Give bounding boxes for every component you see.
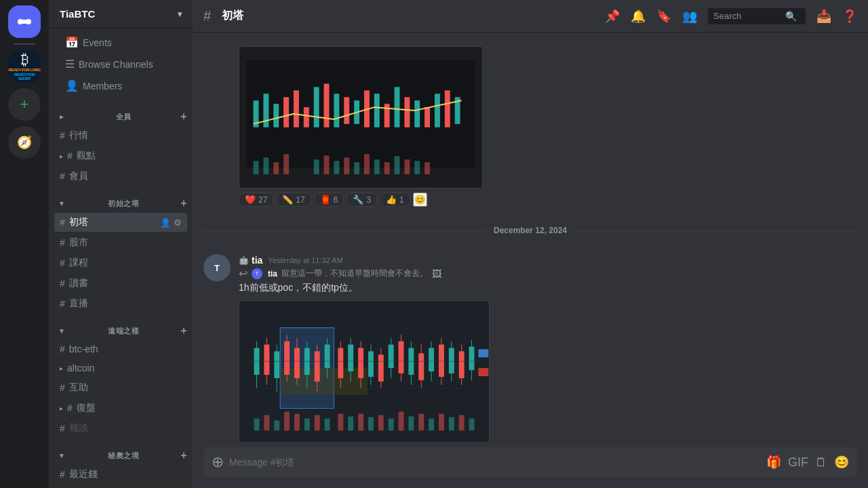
- inbox-icon[interactable]: 📥: [816, 9, 831, 24]
- reaction-heart-emoji: ❤️: [245, 195, 256, 205]
- pin-icon[interactable]: 📌: [605, 9, 620, 24]
- channel-books-label: 讀書: [69, 277, 88, 289]
- svg-rect-35: [364, 154, 370, 174]
- svg-rect-24: [404, 97, 410, 127]
- add-attachment-button[interactable]: ⊕: [212, 453, 224, 471]
- channel-membership[interactable]: # 會員: [54, 167, 187, 186]
- bell-icon[interactable]: 🔔: [631, 9, 646, 24]
- gift-icon[interactable]: 🎁: [766, 455, 781, 470]
- channel-stream-label: 直播: [69, 298, 88, 310]
- svg-rect-92: [264, 415, 269, 430]
- gif-icon[interactable]: GIF: [788, 455, 808, 470]
- hash-icon: #: [67, 403, 73, 413]
- svg-rect-105: [399, 411, 404, 430]
- svg-rect-99: [338, 413, 343, 430]
- help-icon[interactable]: ❓: [842, 9, 857, 24]
- emoji-icon[interactable]: 😊: [834, 455, 849, 470]
- channel-altcoin[interactable]: ▸ altcoin: [54, 359, 187, 377]
- discord-home-icon[interactable]: [8, 5, 41, 38]
- category-add-beginner[interactable]: +: [180, 197, 187, 209]
- channel-membership-label: 會員: [69, 170, 88, 182]
- svg-rect-7: [273, 104, 279, 127]
- add-reaction-prev[interactable]: 😊: [413, 192, 427, 207]
- server-header[interactable]: TiaBTC ▾: [49, 0, 193, 28]
- message-input[interactable]: [229, 457, 766, 468]
- svg-rect-76: [399, 341, 404, 373]
- category-traveler[interactable]: ▾ 遠端之樣 +: [49, 314, 193, 340]
- channel-btc-eth[interactable]: # btc-eth: [54, 340, 187, 358]
- reaction-thumbs-prev[interactable]: 👍1: [380, 192, 410, 207]
- category-add-traveler[interactable]: +: [180, 325, 187, 337]
- svg-rect-25: [414, 100, 420, 127]
- svg-rect-88: [459, 351, 465, 378]
- svg-rect-56: [294, 348, 300, 378]
- svg-rect-8: [283, 97, 289, 127]
- reaction-packet-prev[interactable]: 🧧6: [314, 192, 344, 207]
- sidebar-item-events[interactable]: 📅 Events: [54, 32, 187, 53]
- header-icons: 📌 🔔 🔖 👥 🔍 📥 ❓: [605, 8, 857, 24]
- channel-chuta[interactable]: # 初塔 👤 ⚙: [54, 213, 187, 232]
- channel-course-label: 課程: [69, 257, 88, 269]
- hash-icon: #: [60, 258, 65, 268]
- channel-recent[interactable]: # 最近錢: [54, 465, 187, 484]
- channel-views[interactable]: ▸ # 觀點: [54, 146, 187, 165]
- channel-btc-eth-label: btc-eth: [69, 344, 98, 354]
- messages-area[interactable]: ❤️27 ✏️17 🧧6 🔧3 👍1 😊 December 12, 2024 T: [193, 33, 868, 442]
- author-name: tia: [252, 255, 262, 266]
- svg-rect-114: [478, 368, 488, 376]
- reaction-heart-prev[interactable]: ❤️27: [239, 192, 273, 207]
- svg-rect-21: [374, 94, 380, 127]
- person-icon[interactable]: 👤: [160, 218, 171, 228]
- sticker-icon[interactable]: 🗒: [815, 455, 827, 470]
- svg-rect-108: [429, 418, 434, 430]
- channel-header-hash: #: [203, 8, 211, 24]
- channel-market[interactable]: # 行情: [54, 126, 187, 145]
- search-input[interactable]: [713, 11, 781, 21]
- sidebar-item-members[interactable]: 👤 Members: [54, 75, 187, 96]
- reaction-wrench-prev[interactable]: 🔧3: [347, 192, 377, 207]
- svg-rect-107: [418, 413, 424, 430]
- svg-rect-104: [389, 418, 394, 430]
- reaction-pencil-prev[interactable]: ✏️17: [276, 192, 311, 207]
- server-header-chevron: ▾: [178, 9, 182, 19]
- svg-rect-37: [384, 162, 390, 174]
- channel-course[interactable]: # 課程: [54, 253, 187, 272]
- svg-rect-13: [273, 162, 279, 174]
- hash-icon: #: [60, 298, 65, 309]
- category-secret-label: 秘奧之境: [108, 451, 139, 461]
- add-server-icon[interactable]: +: [8, 88, 41, 121]
- tia-btc-server[interactable]: ₿ READY FOR LONG READY FOR SHORT: [8, 50, 41, 83]
- svg-rect-34: [354, 162, 359, 174]
- channel-books[interactable]: # 讀書: [54, 274, 187, 293]
- bookmark-icon[interactable]: 🔖: [656, 9, 671, 24]
- search-box[interactable]: 🔍: [708, 8, 806, 24]
- members-header-icon[interactable]: 👥: [682, 9, 697, 24]
- svg-rect-52: [274, 351, 279, 378]
- channel-views-label: 觀點: [77, 150, 96, 162]
- category-traveler-label: 遠端之樣: [108, 326, 139, 336]
- svg-rect-28: [445, 90, 450, 127]
- channel-help[interactable]: # 互助: [54, 378, 187, 397]
- members-icon: 👤: [65, 79, 79, 92]
- category-secret[interactable]: ▾ 秘奧之境 +: [49, 439, 193, 464]
- svg-rect-46: [280, 368, 368, 395]
- channel-market-label: 行情: [69, 129, 88, 142]
- message-time: Yesterday at 11:32 AM: [268, 256, 342, 264]
- svg-rect-60: [315, 351, 320, 382]
- channel-stock[interactable]: # 股市: [54, 233, 187, 252]
- channel-quantify[interactable]: # 量化: [54, 485, 187, 488]
- channel-stream[interactable]: # 直播: [54, 294, 187, 313]
- explore-icon[interactable]: 🧭: [8, 126, 41, 159]
- gear-icon[interactable]: ⚙: [174, 218, 182, 228]
- chevron-review-icon: ▸: [60, 405, 63, 412]
- category-beginner[interactable]: ▾ 初始之塔 +: [49, 186, 193, 212]
- category-all-members[interactable]: ▸ 全員 +: [49, 100, 193, 125]
- category-add-secret[interactable]: +: [180, 449, 187, 462]
- reaction-pencil-count: 17: [296, 195, 304, 205]
- svg-rect-39: [404, 159, 410, 174]
- channel-review[interactable]: ▸ # 復盤: [54, 399, 187, 418]
- sidebar-item-browse[interactable]: ☰ Browse Channels: [54, 54, 187, 75]
- svg-rect-10: [304, 107, 309, 127]
- category-add-all[interactable]: +: [180, 110, 187, 123]
- date-divider: December 12, 2024: [193, 220, 868, 241]
